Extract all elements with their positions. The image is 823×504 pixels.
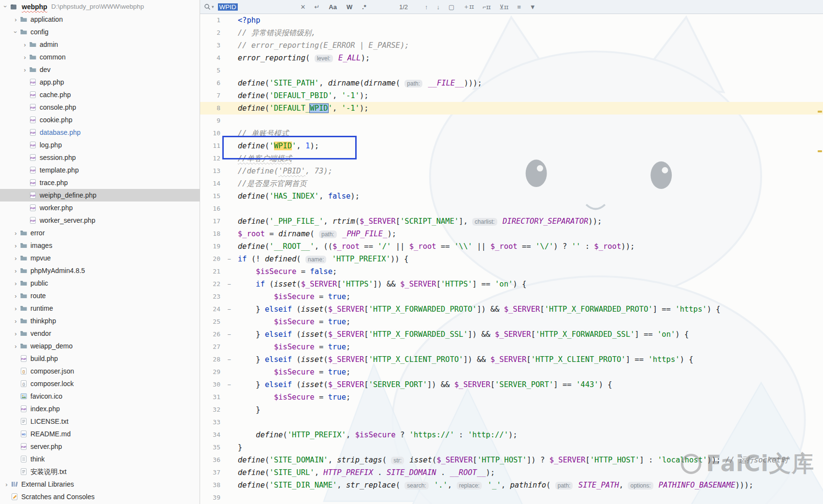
line-number[interactable]: 9 <box>200 115 224 127</box>
chevron-collapsed-icon[interactable] <box>21 41 29 48</box>
chevron-collapsed-icon[interactable] <box>12 317 19 325</box>
words-toggle[interactable]: W <box>347 3 352 11</box>
code-line[interactable]: 34 define('HTTP_PREFIX', $isSecure ? 'ht… <box>200 429 823 441</box>
tree-item[interactable]: External Libraries <box>0 478 200 490</box>
tree-item[interactable]: PHPcookie.php <box>0 114 200 126</box>
line-number[interactable]: 24 <box>200 303 224 316</box>
chevron-collapsed-icon[interactable] <box>12 16 19 23</box>
line-number[interactable]: 27 <box>200 341 224 353</box>
tree-item[interactable]: common <box>0 51 200 63</box>
code-line[interactable]: 39 <box>200 491 823 504</box>
next-occurrence-icon[interactable]: ↓ <box>437 3 440 11</box>
line-number[interactable]: 23 <box>200 290 224 303</box>
line-number[interactable]: 4 <box>200 52 224 64</box>
code-line[interactable]: 19define('__ROOT__', (($_root == '/' || … <box>200 240 823 253</box>
line-number[interactable]: 37 <box>200 466 224 479</box>
code-line[interactable]: 25 $isSecure = true; <box>200 316 823 328</box>
chevron-collapsed-icon[interactable] <box>3 481 10 488</box>
code-line[interactable]: 12//单客户端模式 <box>200 152 823 165</box>
code-line[interactable]: 20−if (! defined( name: 'HTTP_PREFIX')) … <box>200 253 823 265</box>
fold-icon[interactable]: − <box>224 253 234 265</box>
code-line[interactable]: 30− } elseif (isset($_SERVER['SERVER_POR… <box>200 378 823 391</box>
chevron-expanded-icon[interactable] <box>2 3 9 10</box>
line-number[interactable]: 1 <box>200 14 224 27</box>
line-number[interactable]: 28 <box>200 353 224 366</box>
fold-icon[interactable]: − <box>224 353 234 366</box>
filter-options-icon[interactable]: ≡ <box>517 3 521 11</box>
tree-item[interactable]: 安装说明.txt <box>0 465 200 478</box>
line-number[interactable]: 12 <box>200 152 224 165</box>
line-number[interactable]: 31 <box>200 391 224 403</box>
code-line[interactable]: 32 } <box>200 403 823 416</box>
line-number[interactable]: 3 <box>200 39 224 52</box>
code-line[interactable]: 8define('DEFAULT_WPID', '-1'); <box>200 102 823 115</box>
code-line[interactable]: 15define('HAS_INDEX', false); <box>200 190 823 202</box>
line-number[interactable]: 10 <box>200 127 224 140</box>
tree-item[interactable]: PHPtrace.php <box>0 176 200 189</box>
code-line[interactable]: 24− } elseif (isset($_SERVER['HTTP_X_FOR… <box>200 303 823 316</box>
tree-item[interactable]: public <box>0 277 200 289</box>
regex-toggle[interactable]: .* <box>362 3 366 11</box>
line-number[interactable]: 2 <box>200 27 224 39</box>
tree-item[interactable]: PHPsession.php <box>0 151 200 164</box>
fold-icon[interactable]: − <box>224 278 234 290</box>
code-line[interactable]: 38define('SITE_DIR_NAME', str_replace( s… <box>200 479 823 491</box>
code-line[interactable]: 26− } elseif (isset($_SERVER['HTTP_X_FOR… <box>200 328 823 341</box>
line-number[interactable]: 32 <box>200 403 224 416</box>
code-line[interactable]: 5 <box>200 64 823 77</box>
line-number[interactable]: 8 <box>200 102 224 115</box>
code-line[interactable]: 9 <box>200 115 823 127</box>
line-number[interactable]: 16 <box>200 202 224 215</box>
code-line[interactable]: 17define('_PHP_FILE_', rtrim($_SERVER['S… <box>200 215 823 228</box>
tree-item[interactable]: PHPserver.php <box>0 440 200 453</box>
tree-item[interactable]: images <box>0 239 200 252</box>
line-number[interactable]: 39 <box>200 491 224 504</box>
code-line[interactable]: 4error_reporting( level: E_ALL); <box>200 52 823 64</box>
line-number[interactable]: 34 <box>200 429 224 441</box>
tree-item[interactable]: PHPworker.php <box>0 202 200 214</box>
chevron-collapsed-icon[interactable] <box>12 230 19 237</box>
line-number[interactable]: 21 <box>200 265 224 278</box>
previous-occurrence-icon[interactable]: ↑ <box>425 3 428 11</box>
fold-icon[interactable]: − <box>224 328 234 341</box>
code-line[interactable]: 22− if (isset($_SERVER['HTTPS']) && $_SE… <box>200 278 823 290</box>
tree-item[interactable]: {}composer.json <box>0 365 200 377</box>
search-icon[interactable] <box>204 3 214 10</box>
code-line[interactable]: 6define('SITE_PATH', dirname(dirname( pa… <box>200 77 823 89</box>
code-line[interactable]: 35} <box>200 441 823 454</box>
tree-item[interactable]: {}composer.lock <box>0 377 200 390</box>
line-number[interactable]: 36 <box>200 454 224 466</box>
tree-item[interactable]: PHPtemplate.php <box>0 164 200 176</box>
line-number[interactable]: 33 <box>200 416 224 429</box>
chevron-expanded-icon[interactable] <box>12 29 19 36</box>
line-number[interactable]: 7 <box>200 89 224 102</box>
search-input[interactable]: WPID <box>218 2 296 12</box>
code-line[interactable]: 18$_root = dirname( path: _PHP_FILE_); <box>200 228 823 240</box>
code-line[interactable]: 10// 单账号模式 <box>200 127 823 140</box>
line-number[interactable]: 29 <box>200 366 224 378</box>
chevron-collapsed-icon[interactable] <box>12 305 19 312</box>
newline-icon[interactable]: ↵ <box>314 3 319 11</box>
line-number[interactable]: 11 <box>200 140 224 152</box>
code-line[interactable]: 21 $isSecure = false; <box>200 265 823 278</box>
line-number[interactable]: 22 <box>200 278 224 290</box>
tree-item[interactable]: PHPapp.php <box>0 76 200 88</box>
code-line[interactable]: 16 <box>200 202 823 215</box>
line-number[interactable]: 20 <box>200 253 224 265</box>
tree-item[interactable]: weiapp_demo <box>0 340 200 352</box>
chevron-collapsed-icon[interactable] <box>12 292 19 300</box>
code-line[interactable]: 2// 异常错误报错级别, <box>200 27 823 39</box>
code-line[interactable]: 7define('DEFAULT_PBID', '-1'); <box>200 89 823 102</box>
chevron-collapsed-icon[interactable] <box>12 330 19 337</box>
tree-item[interactable]: config <box>0 26 200 38</box>
chevron-collapsed-icon[interactable] <box>21 54 29 61</box>
tree-item[interactable]: vendor <box>0 327 200 340</box>
tree-item[interactable]: phpMyAdmin4.8.5 <box>0 264 200 277</box>
line-number[interactable]: 14 <box>200 177 224 190</box>
chevron-collapsed-icon[interactable] <box>21 66 29 73</box>
tree-item[interactable]: dev <box>0 63 200 76</box>
tree-item[interactable]: thinkphp <box>0 315 200 327</box>
code-line[interactable]: 37define('SITE_URL', HTTP_PREFIX . SITE_… <box>200 466 823 479</box>
line-number[interactable]: 15 <box>200 190 224 202</box>
tree-item[interactable]: PHPlog.php <box>0 139 200 151</box>
